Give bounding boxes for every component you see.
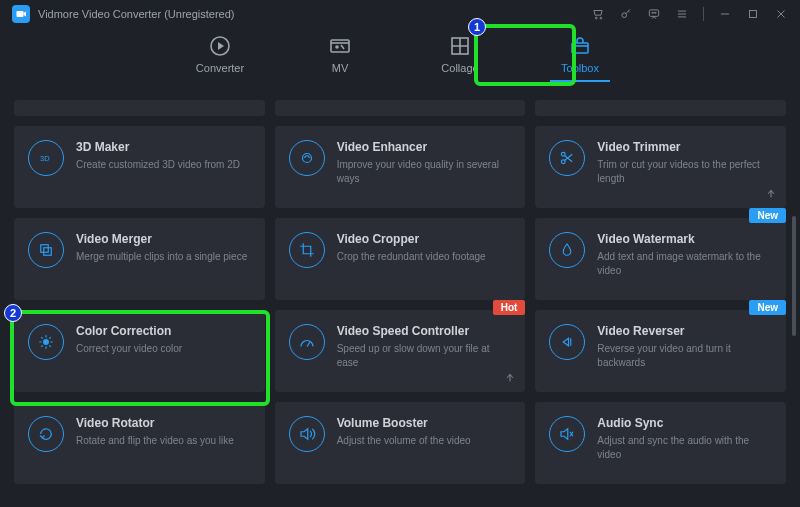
merger-icon [28,232,64,268]
card-video-trimmer[interactable]: Video Trimmer Trim or cut your videos to… [535,126,786,208]
card-desc: Crop the redundant video footage [337,250,512,264]
svg-point-3 [600,17,602,19]
card-3d-maker[interactable]: 3D 3D Maker Create customized 3D video f… [14,126,265,208]
svg-point-2 [595,17,597,19]
card-title: Video Reverser [597,324,772,338]
card-title: Video Cropper [337,232,512,246]
card-cut[interactable] [14,100,265,116]
card-desc: Correct your video color [76,342,251,356]
card-desc: Create customized 3D video from 2D [76,158,251,172]
card-video-enhancer[interactable]: Video Enhancer Improve your video qualit… [275,126,526,208]
card-video-merger[interactable]: Video Merger Merge multiple clips into a… [14,218,265,300]
card-desc: Adjust the volume of the video [337,434,512,448]
svg-marker-23 [564,338,569,346]
card-video-speed-controller[interactable]: Hot Video Speed Controller Speed up or s… [275,310,526,392]
card-title: 3D Maker [76,140,251,154]
close-button[interactable] [774,7,788,21]
card-cut[interactable] [535,100,786,116]
svg-point-17 [302,154,311,163]
card-title: Color Correction [76,324,251,338]
card-color-correction[interactable]: Color Correction Correct your video colo… [14,310,265,392]
svg-point-22 [43,339,49,345]
reverse-icon [549,324,585,360]
crop-icon [289,232,325,268]
titlebar-left: Vidmore Video Converter (Unregistered) [12,5,234,23]
toolbox-icon [568,34,592,58]
new-badge: New [749,300,786,315]
3d-icon: 3D [28,140,64,176]
pin-icon[interactable] [764,188,778,202]
svg-marker-24 [301,429,308,440]
scissors-icon [549,140,585,176]
tab-converter[interactable]: Converter [190,34,250,82]
hot-badge: Hot [493,300,526,315]
card-video-watermark[interactable]: New Video Watermark Add text and image w… [535,218,786,300]
watermark-icon [549,232,585,268]
tab-label: Toolbox [561,62,599,74]
toolbox-grid: 3D 3D Maker Create customized 3D video f… [14,96,786,484]
card-audio-sync[interactable]: Audio Sync Adjust and sync the audio wit… [535,402,786,484]
card-volume-booster[interactable]: Volume Booster Adjust the volume of the … [275,402,526,484]
card-title: Video Watermark [597,232,772,246]
feedback-icon[interactable] [647,7,661,21]
scrollbar[interactable] [792,216,796,336]
cart-icon[interactable] [591,7,605,21]
tab-label: MV [332,62,349,74]
svg-point-8 [655,12,656,13]
menu-icon[interactable] [675,7,689,21]
tab-label: Collage [441,62,478,74]
audio-sync-icon [549,416,585,452]
card-desc: Trim or cut your videos to the perfect l… [597,158,772,185]
color-icon [28,324,64,360]
svg-rect-21 [44,248,52,256]
mv-icon [328,34,352,58]
window-controls [591,7,788,21]
svg-marker-1 [24,12,27,17]
volume-icon [289,416,325,452]
card-title: Video Enhancer [337,140,512,154]
new-badge: New [749,208,786,223]
key-icon[interactable] [619,7,633,21]
tab-toolbox[interactable]: Toolbox [550,34,610,82]
tab-mv[interactable]: MV [310,34,370,82]
svg-point-13 [336,46,338,48]
app-logo-icon [12,5,30,23]
divider [703,7,704,21]
card-desc: Merge multiple clips into a single piece [76,250,251,264]
svg-marker-11 [218,42,224,50]
card-title: Video Rotator [76,416,251,430]
card-cut[interactable] [275,100,526,116]
card-title: Video Speed Controller [337,324,512,338]
annotation-number-2: 2 [4,304,22,322]
card-desc: Improve your video quality in several wa… [337,158,512,185]
card-video-cropper[interactable]: Video Cropper Crop the redundant video f… [275,218,526,300]
converter-icon [208,34,232,58]
svg-rect-20 [41,245,49,253]
card-video-reverser[interactable]: New Video Reverser Reverse your video an… [535,310,786,392]
collage-icon [448,34,472,58]
card-video-rotator[interactable]: Video Rotator Rotate and flip the video … [14,402,265,484]
tab-collage[interactable]: Collage [430,34,490,82]
annotation-number-1: 1 [468,18,486,36]
svg-text:3D: 3D [40,154,50,163]
card-desc: Adjust and sync the audio with the video [597,434,772,461]
svg-rect-9 [750,11,757,18]
card-title: Video Trimmer [597,140,772,154]
speed-icon [289,324,325,360]
svg-marker-25 [561,429,568,440]
enhancer-icon [289,140,325,176]
maximize-button[interactable] [746,7,760,21]
svg-point-6 [652,12,653,13]
svg-rect-15 [572,43,588,53]
pin-icon[interactable] [503,372,517,386]
svg-point-18 [562,152,566,156]
card-title: Video Merger [76,232,251,246]
minimize-button[interactable] [718,7,732,21]
svg-point-4 [622,13,627,18]
titlebar: Vidmore Video Converter (Unregistered) [0,0,800,28]
card-title: Audio Sync [597,416,772,430]
card-desc: Rotate and flip the video as you like [76,434,251,448]
svg-point-7 [654,12,655,13]
card-desc: Speed up or slow down your file at ease [337,342,512,369]
svg-rect-0 [17,11,24,17]
